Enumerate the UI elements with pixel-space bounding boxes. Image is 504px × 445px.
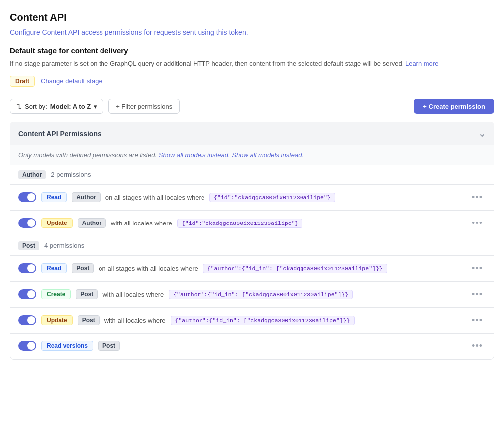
filter-button[interactable]: + Filter permissions xyxy=(108,99,180,114)
where-badge: {"author":{"id_in": ["ckadqgca800ix01123… xyxy=(203,264,387,273)
model-title-author: Author 2 permissions xyxy=(10,165,494,184)
draft-row: Draft Change default stage xyxy=(10,76,494,87)
info-row: Only models with defined permissions are… xyxy=(10,145,494,165)
action-badge: Update xyxy=(41,315,73,325)
model-group-post: Post 4 permissions Read Post on all stag… xyxy=(10,236,494,359)
permission-count: 2 permissions xyxy=(51,171,91,178)
permission-row: Update Post with all locales where {"aut… xyxy=(10,307,494,333)
permission-row: Read Author on all stages with all local… xyxy=(10,184,494,210)
permission-toggle[interactable] xyxy=(18,263,36,273)
permission-model-badge: Post xyxy=(76,289,98,299)
learn-more-link[interactable]: Learn more xyxy=(405,60,438,67)
model-name-badge: Author xyxy=(18,170,46,179)
sort-button[interactable]: ⇅ Sort by: Model: A to Z ▾ xyxy=(10,99,103,114)
model-group-author: Author 2 permissions Read Author on all … xyxy=(10,165,494,236)
permission-model-badge: Author xyxy=(78,218,106,228)
permission-description: with all locales where xyxy=(111,220,172,227)
model-name-badge: Post xyxy=(18,241,39,250)
collapse-icon[interactable]: ⌄ xyxy=(478,128,486,139)
create-permission-button[interactable]: + Create permission xyxy=(414,99,494,114)
sort-value: Model: A to Z xyxy=(50,103,91,110)
page-title: Content API xyxy=(10,12,494,23)
permission-row: Read Post on all stages with all locales… xyxy=(10,255,494,281)
permission-description: on all stages with all locales where xyxy=(105,194,204,201)
where-badge: {"id":"ckadqgca800ix011230ailipe"} xyxy=(177,219,303,228)
sort-label: Sort by: xyxy=(25,103,47,110)
chevron-down-icon: ▾ xyxy=(94,103,97,110)
toolbar: ⇅ Sort by: Model: A to Z ▾ + Filter perm… xyxy=(10,99,494,114)
more-options-button[interactable]: ••• xyxy=(469,262,486,275)
more-options-button[interactable]: ••• xyxy=(469,217,486,229)
action-badge: Create xyxy=(41,289,71,299)
change-default-link[interactable]: Change default stage xyxy=(41,77,102,85)
page-subtitle: Configure Content API access permissions… xyxy=(10,28,494,36)
action-badge: Update xyxy=(41,218,73,228)
permission-toggle[interactable] xyxy=(18,192,36,202)
draft-badge: Draft xyxy=(10,76,35,87)
filter-label: + Filter permissions xyxy=(116,103,172,110)
permission-row: Create Post with all locales where {"aut… xyxy=(10,281,494,307)
permissions-header: Content API Permissions ⌄ xyxy=(10,122,494,145)
permission-toggle[interactable] xyxy=(18,315,36,325)
permission-toggle[interactable] xyxy=(18,341,36,351)
permission-row: Update Author with all locales where {"i… xyxy=(10,210,494,236)
more-options-button[interactable]: ••• xyxy=(469,191,486,204)
permissions-card: Content API Permissions ⌄ Only models wi… xyxy=(10,122,494,360)
default-stage-description: If no stage parameter is set on the Grap… xyxy=(10,59,494,69)
permission-description: with all locales where xyxy=(104,317,166,324)
info-text: Only models with defined permissions are… xyxy=(18,151,157,159)
permission-description: on all stages with all locales where xyxy=(99,265,198,272)
where-badge: {"author":{"id_in": ["ckadqgca800ix01123… xyxy=(169,290,353,299)
permissions-header-label: Content API Permissions xyxy=(18,130,101,138)
permission-toggle[interactable] xyxy=(18,218,36,228)
permission-model-badge: Author xyxy=(72,192,100,202)
permission-count: 4 permissions xyxy=(44,242,84,249)
default-stage-heading: Default stage for content delivery xyxy=(10,46,494,55)
sort-icon: ⇅ xyxy=(16,103,22,110)
where-badge: {"author":{"id_in": ["ckadqgca800ix01123… xyxy=(171,316,355,325)
action-badge: Read xyxy=(41,192,67,202)
model-title-post: Post 4 permissions xyxy=(10,236,494,255)
where-badge: {"id":"ckadqgca800ix011230ailipe"} xyxy=(209,193,335,202)
more-options-button[interactable]: ••• xyxy=(469,314,486,327)
action-badge: Read xyxy=(41,263,67,273)
more-options-button[interactable]: ••• xyxy=(469,340,486,352)
action-badge: Read versions xyxy=(41,341,93,351)
show-all-link[interactable]: Show all models instead. xyxy=(159,151,230,159)
model-groups: Author 2 permissions Read Author on all … xyxy=(10,165,494,359)
permission-model-badge: Post xyxy=(78,315,100,325)
permission-model-badge: Post xyxy=(98,341,120,351)
permission-description: with all locales where xyxy=(102,291,164,298)
show-all-link-text[interactable]: Show all models instead. xyxy=(232,151,303,159)
permission-row: Read versions Post ••• xyxy=(10,333,494,359)
more-options-button[interactable]: ••• xyxy=(469,288,486,301)
permission-model-badge: Post xyxy=(72,263,94,273)
permission-toggle[interactable] xyxy=(18,289,36,299)
